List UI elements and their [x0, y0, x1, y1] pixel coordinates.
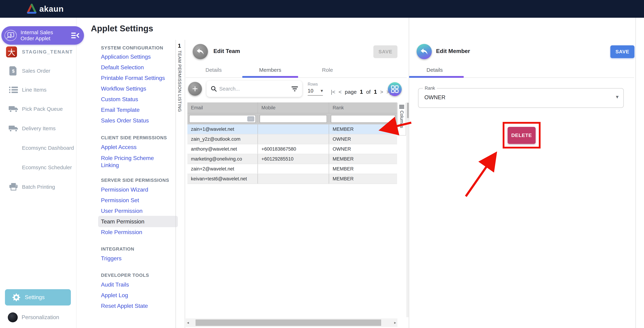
sidebar-item-personalization[interactable]: Personalization — [0, 311, 76, 324]
delete-button[interactable]: DELETE — [508, 127, 536, 144]
table-row[interactable]: zain+1@wavelet.net MEMBER — [188, 124, 397, 134]
applet-title: Internal Sales Order Applet — [20, 30, 63, 42]
menu-item-email-template[interactable]: Email Template — [101, 107, 140, 113]
column-header-mobile[interactable]: Mobile — [258, 102, 329, 113]
divider — [176, 40, 176, 328]
cell-email: zain+1@wavelet.net — [188, 124, 258, 134]
menu-item-applet-access[interactable]: Applet Access — [101, 144, 136, 150]
sidebar-item-line-items[interactable]: Line Items — [0, 84, 76, 96]
menu-item-permission-set[interactable]: Permission Set — [101, 197, 139, 204]
menu-item-role-permission[interactable]: Role Permission — [101, 229, 142, 235]
truck-icon — [8, 125, 19, 132]
sidebar-item-settings[interactable]: Settings — [5, 289, 71, 305]
layout-grid-button[interactable] — [388, 82, 402, 96]
sidebar-item-pick-pack-queue[interactable]: Pick Pack Queue — [0, 103, 76, 115]
pagination: |< < page 1 of 1 > >| — [331, 89, 391, 95]
email-filter-input[interactable]: ⋯ — [189, 115, 256, 123]
scroll-right-icon[interactable]: ▸ — [393, 320, 398, 325]
sidebar-item-label: Pick Pack Queue — [22, 106, 63, 112]
page-word: page — [345, 89, 357, 95]
cell-mobile: +60129285510 — [258, 154, 329, 164]
cell-mobile: +600183867580 — [258, 144, 329, 154]
first-page-button[interactable]: |< — [331, 89, 335, 95]
rank-filter-input[interactable] — [331, 115, 395, 123]
menu-item-applet-log[interactable]: Applet Log — [101, 292, 128, 298]
next-page-button[interactable]: > — [380, 89, 383, 95]
sidebar-item-sales-order[interactable]: $ Sales Order — [0, 65, 76, 77]
menu-item-permission-wizard[interactable]: Permission Wizard — [101, 186, 148, 193]
menu-item-audit-trails[interactable]: Audit Trails — [101, 281, 129, 288]
scroll-left-icon[interactable]: ◂ — [186, 320, 190, 325]
search-input[interactable] — [219, 86, 292, 92]
table-row[interactable]: keivan+test6@wavelet.net MEMBER — [188, 174, 397, 184]
sidebar-item-label: Ecomsync Dashboard — [22, 145, 74, 151]
brand-name: akaun — [39, 4, 64, 14]
table-row[interactable]: anthony@wavelet.net +600183867580 OWNER — [188, 144, 397, 154]
sidebar-item-delivery-items[interactable]: Delivery Items — [0, 122, 76, 135]
sidebar-item-batch-printing[interactable]: Batch Printing — [0, 181, 76, 193]
menu-item-role-pricing-scheme-linking[interactable]: Role Pricing Scheme Linking — [101, 155, 172, 169]
sidebar-item-ecomsync-dashboard[interactable]: Ecomsync Dashboard — [0, 142, 76, 154]
filter-icon[interactable] — [292, 86, 298, 91]
collapse-sidebar-icon[interactable] — [71, 32, 79, 39]
menu-item-default-selection[interactable]: Default Selection — [101, 64, 144, 71]
cell-mobile — [258, 124, 329, 134]
total-pages: 1 — [374, 89, 377, 95]
tab-members[interactable]: Members — [259, 67, 281, 73]
menu-item-reset-applet-state[interactable]: Reset Applet State — [101, 303, 148, 309]
search-icon — [211, 86, 217, 92]
sidebar-item-tenant[interactable]: 大 STAGING_TENANT — [0, 46, 76, 58]
active-tab-indicator — [242, 76, 298, 78]
columns-toggle-tab[interactable]: Columns — [398, 103, 406, 136]
document-dollar-icon: $ — [8, 66, 19, 76]
tab-details[interactable]: Details — [206, 67, 222, 73]
printer-icon — [8, 183, 19, 191]
save-button[interactable]: SAVE — [373, 45, 398, 58]
back-button[interactable] — [416, 44, 432, 59]
menu-item-user-permission[interactable]: User Permission — [101, 208, 142, 214]
akaun-logo: akaun — [26, 4, 64, 14]
panel-title: Edit Team — [214, 48, 240, 54]
sidebar: $ Internal Sales Order Applet 大 STAGING_… — [0, 18, 76, 328]
page-title: Applet Settings — [91, 24, 153, 33]
right-edge-divider — [636, 18, 636, 328]
mobile-filter-input[interactable] — [260, 115, 327, 123]
menu-item-sales-order-status[interactable]: Sales Order Status — [101, 117, 149, 124]
prev-page-button[interactable]: < — [338, 89, 342, 95]
table-row[interactable]: marketing@oneliving.co +60129285510 MEMB… — [188, 154, 397, 164]
menu-item-workflow-settings[interactable]: Workflow Settings — [101, 85, 146, 92]
avatar — [8, 312, 18, 322]
column-header-email[interactable]: Email — [188, 102, 258, 113]
cell-email: keivan+test6@wavelet.net — [188, 174, 258, 184]
back-button[interactable] — [193, 44, 208, 59]
applet-switcher[interactable]: $ Internal Sales Order Applet — [2, 26, 84, 45]
tab-role[interactable]: Role — [322, 67, 333, 73]
menu-item-triggers[interactable]: Triggers — [101, 255, 122, 262]
menu-item-custom-status[interactable]: Custom Status — [101, 96, 138, 103]
menu-item-application-settings[interactable]: Application Settings — [101, 54, 151, 60]
grid-icon — [391, 85, 398, 93]
save-button[interactable]: SAVE — [610, 45, 634, 58]
top-bar: akaun — [0, 0, 644, 18]
search-box[interactable] — [206, 81, 302, 97]
svg-text:$: $ — [12, 68, 15, 74]
menu-item-team-permission[interactable]: Team Permission — [98, 216, 178, 227]
panel-divider — [409, 18, 409, 328]
menu-section-header: SERVER SIDE PERMISSIONS — [101, 178, 169, 183]
columns-tab-label: Columns — [399, 111, 404, 128]
table-filter-row: ⋯ — [188, 113, 397, 124]
add-member-button[interactable]: + — [188, 82, 202, 96]
menu-item-printable-format-settings[interactable]: Printable Format Settings — [101, 75, 165, 81]
table-row[interactable]: zain+2@wavelet.net MEMBER — [188, 164, 397, 174]
horizontal-scrollbar-thumb[interactable] — [196, 319, 381, 326]
cell-email: zain+2@wavelet.net — [188, 164, 258, 174]
tenant-label: STAGING_TENANT — [22, 49, 73, 55]
sidebar-item-ecomsync-scheduler[interactable]: Ecomsync Scheduler — [0, 161, 76, 174]
rank-select[interactable] — [418, 88, 624, 108]
table-row[interactable]: zain_y2z@outlook.com OWNER — [188, 134, 397, 144]
tab-details[interactable]: Details — [426, 67, 443, 73]
menu-section-header: DEVELOPER TOOLS — [101, 272, 149, 278]
column-header-rank[interactable]: Rank — [329, 102, 397, 113]
menu-section-header: INTEGRATION — [101, 246, 134, 252]
truck-icon — [8, 105, 19, 113]
